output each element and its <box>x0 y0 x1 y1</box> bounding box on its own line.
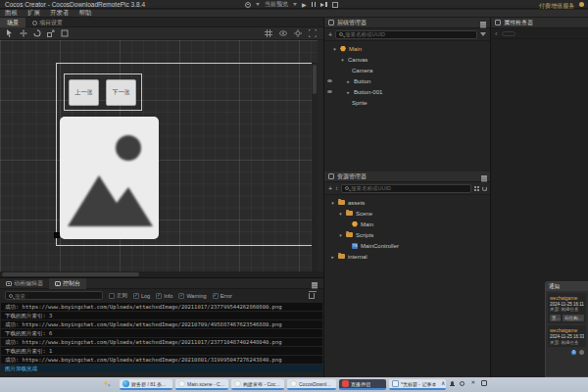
menu-help[interactable]: 帮助 <box>74 9 97 18</box>
log-row[interactable]: 下载的图片索引: 1 <box>1 347 322 355</box>
fullscreen-icon[interactable] <box>309 29 317 37</box>
visibility-icon[interactable] <box>279 29 287 37</box>
taskbar-item-browser[interactable]: 财务群 / 81 条... <box>120 379 172 390</box>
preview-settings-gear-icon[interactable] <box>245 2 251 8</box>
preview-window-button[interactable] <box>332 2 338 8</box>
warning-checkbox[interactable]: ✓ <box>178 293 184 299</box>
tab-project-settings[interactable]: 项目设置 <box>25 18 70 27</box>
copilot-sparkle-icon[interactable]: ✦✦ <box>103 380 113 390</box>
select-tool-icon[interactable] <box>6 29 14 37</box>
tab-animation-editor[interactable]: 动画编辑器 <box>0 278 49 289</box>
filter-info[interactable]: ✓ Info <box>156 293 172 299</box>
console-menu-icon[interactable] <box>312 282 318 283</box>
regex-toggle[interactable]: 正则 <box>109 292 127 299</box>
hierarchy-node-camera[interactable]: Camera <box>324 65 490 75</box>
tray-badge-icon[interactable] <box>460 381 465 386</box>
premium-icon[interactable] <box>579 2 584 7</box>
caret-expanded-icon[interactable]: ▾ <box>332 46 337 52</box>
sprite-image-placeholder[interactable] <box>60 117 159 239</box>
chevron-down-icon[interactable] <box>293 3 297 6</box>
console-search-input[interactable] <box>15 293 99 299</box>
assets-search-input[interactable] <box>351 185 467 191</box>
hierarchy-search[interactable] <box>335 30 477 39</box>
notification-card[interactable]: wechatgame 2024-11-25 16:33:4 来源: 构建任务 <box>548 325 586 347</box>
next-image-button-node[interactable]: 下一张 <box>106 79 136 106</box>
step-button[interactable] <box>320 2 327 7</box>
filter-log[interactable]: ✓ Log <box>133 293 150 299</box>
taskbar-item-project[interactable]: CocosDownloadR... <box>287 379 336 390</box>
hierarchy-node-button-001[interactable]: ▸ Button-001 <box>324 86 490 97</box>
log-row-selected[interactable]: 图片加载完成 <box>1 365 322 372</box>
notification-goto-build-button[interactable]: 前往构建面板 <box>563 315 584 321</box>
log-row[interactable]: 成功: https://www.boyingchat.com/Uploads/a… <box>1 338 322 346</box>
caret-collapsed-icon[interactable]: ▸ <box>330 254 335 260</box>
scene-settings-gear-icon[interactable] <box>294 29 302 37</box>
visibility-eye-icon[interactable] <box>327 90 332 93</box>
log-row[interactable]: 成功: https://www.boyingchat.com/Uploads/a… <box>1 320 322 328</box>
hierarchy-node-canvas[interactable]: ▾ Canvas <box>324 54 490 65</box>
tray-chevron-up-icon[interactable]: ∧ <box>441 380 445 386</box>
log-row[interactable]: 下载的图片索引: 3 <box>1 312 322 319</box>
taskbar-item-main-scene[interactable]: Main.scene - Co... <box>175 379 228 390</box>
ime-icon[interactable] <box>481 380 487 386</box>
caret-expanded-icon[interactable]: ▾ <box>340 57 345 63</box>
filter-warning[interactable]: ✓ Warning <box>178 293 206 299</box>
prev-image-button-node[interactable]: 上一张 <box>69 79 99 106</box>
create-node-button[interactable]: + <box>328 31 332 38</box>
rotate-tool-icon[interactable] <box>33 29 41 37</box>
hierarchy-menu-icon[interactable] <box>480 22 486 23</box>
move-tool-icon[interactable] <box>20 29 27 37</box>
tray-close-icon[interactable]: ✕ <box>470 380 475 386</box>
caret-expanded-icon[interactable]: ▾ <box>338 211 343 217</box>
notification-dot-icon[interactable] <box>579 350 584 355</box>
taskbar-item-notepad[interactable]: *无标题 - 记事本 <box>389 379 446 390</box>
preview-device-dropdown[interactable]: 当前预览 <box>265 0 288 9</box>
scene-vertical-scrollbar[interactable] <box>312 63 318 271</box>
notification-count-badge[interactable]: 1 <box>571 350 576 355</box>
tab-console[interactable]: 控制台 <box>49 278 86 289</box>
caret-collapsed-icon[interactable]: ▸ <box>346 89 351 95</box>
tab-scene[interactable]: 场景 <box>0 18 25 27</box>
taskbar-item-build[interactable]: 构建发布 - Coco... <box>231 379 284 390</box>
play-button[interactable]: ▶ <box>302 2 307 8</box>
asset-folder-scene[interactable]: ▾ Scene <box>324 208 491 219</box>
taskbar-item-live-companion[interactable]: 直播伴侣 <box>339 379 386 390</box>
asset-scene-main[interactable]: Main <box>324 219 491 229</box>
caret-expanded-icon[interactable]: ▾ <box>338 232 343 238</box>
info-checkbox[interactable]: ✓ <box>156 293 162 299</box>
rect-tool-icon[interactable] <box>61 29 69 37</box>
assets-menu-icon[interactable] <box>481 175 487 176</box>
asset-folder-scripts[interactable]: ▾ Scripts <box>324 229 491 240</box>
scale-tool-icon[interactable] <box>47 29 55 37</box>
microphone-icon[interactable] <box>451 381 454 386</box>
clear-console-icon[interactable] <box>309 293 315 299</box>
caret-collapsed-icon[interactable]: ▸ <box>346 78 351 84</box>
scene-canvas[interactable]: 上一张 下一张 <box>0 40 318 271</box>
regex-checkbox[interactable] <box>109 293 115 299</box>
anchor-gizmo-handle[interactable] <box>54 232 60 238</box>
hierarchy-search-input[interactable] <box>345 31 473 37</box>
sort-assets-icon[interactable]: ↕ <box>335 185 338 191</box>
create-asset-button[interactable]: + <box>328 185 332 192</box>
menu-panel[interactable]: 面板 <box>0 9 23 18</box>
console-log-list[interactable]: 成功: https://www.boyingchat.com/Uploads/a… <box>0 302 323 378</box>
assets-search[interactable] <box>341 184 471 193</box>
asset-script-maincontroller[interactable]: TS MainController <box>324 240 491 251</box>
asset-folder-internal[interactable]: ▸ internal <box>324 251 491 262</box>
notification-card[interactable]: wechatgame 2024-11-25 16:11:5 来源: 构建任务 查… <box>548 293 586 323</box>
console-search[interactable] <box>5 291 103 300</box>
filter-error[interactable]: ✓ Error <box>213 293 232 299</box>
hierarchy-node-main[interactable]: ▾ Main <box>324 43 490 54</box>
menu-extension[interactable]: 扩展 <box>23 9 45 18</box>
menu-developer[interactable]: 开发者 <box>45 9 74 18</box>
log-row[interactable]: 成功: https://www.boyingchat.com/Uploads/a… <box>1 303 322 311</box>
back-arrow-icon[interactable]: ‹ <box>495 29 498 38</box>
refresh-assets-icon[interactable] <box>482 186 487 191</box>
chevron-down-icon[interactable] <box>256 3 260 6</box>
caret-expanded-icon[interactable]: ▾ <box>330 200 335 206</box>
hierarchy-node-sprite[interactable]: Sprite <box>324 97 490 108</box>
hierarchy-node-button[interactable]: ▸ Button <box>324 75 490 86</box>
asset-folder-assets[interactable]: ▾ assets <box>324 197 491 208</box>
grid-toggle-icon[interactable] <box>265 29 272 37</box>
notification-view-button[interactable]: 查看 <box>550 315 561 321</box>
